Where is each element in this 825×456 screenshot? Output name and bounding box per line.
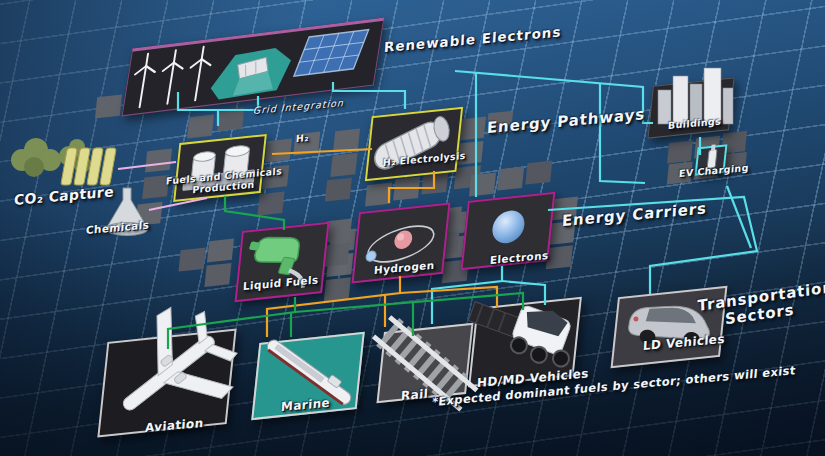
liquid-fuels-to-aviation: [168, 297, 295, 349]
electricity-to-ev-charging: [600, 84, 645, 183]
ev-charging-down-link: [727, 186, 751, 248]
production-to-liquid-fuels: [225, 196, 284, 230]
rail-label: Rail: [401, 388, 429, 404]
co2-to-production: [118, 162, 176, 169]
electrolysis-to-hydrogen: [389, 171, 434, 203]
energy-pathways-diagram: Renewable Electrons Grid Integration Ene…: [0, 0, 825, 456]
h2-flow-label: H₂: [296, 133, 309, 145]
h2-to-production: [272, 149, 372, 154]
electricity-grid-bus: [178, 92, 258, 110]
production-to-chemicals: [149, 198, 207, 210]
